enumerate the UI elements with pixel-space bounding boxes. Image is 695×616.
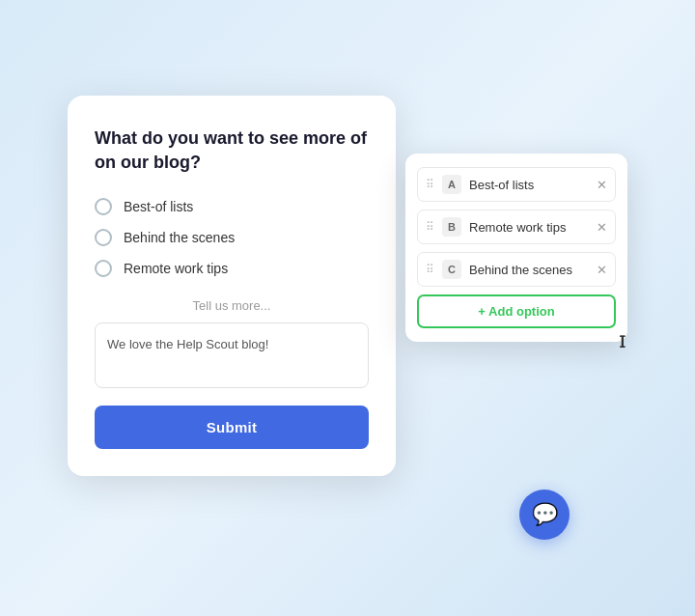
survey-option-3[interactable]: Remote work tips xyxy=(95,260,369,277)
survey-option-1[interactable]: Best-of lists xyxy=(95,198,369,215)
add-option-label: + Add option xyxy=(478,304,554,319)
drag-handle-3[interactable]: ⠿ xyxy=(426,263,434,276)
option-letter-1: A xyxy=(442,175,461,194)
survey-question: What do you want to see more of on our b… xyxy=(95,126,369,175)
editor-option-3-text: Behind the scenes xyxy=(469,263,589,277)
survey-option-1-label: Best-of lists xyxy=(124,199,193,214)
close-option-2[interactable]: ✕ xyxy=(597,221,607,234)
chat-fab-icon: 💬 xyxy=(532,502,558,527)
radio-1[interactable] xyxy=(95,198,112,215)
tell-us-label: Tell us more... xyxy=(95,298,369,313)
drag-handle-1[interactable]: ⠿ xyxy=(426,178,434,191)
survey-options: Best-of lists Behind the scenes Remote w… xyxy=(95,198,369,277)
survey-option-2[interactable]: Behind the scenes xyxy=(95,229,369,246)
survey-option-2-label: Behind the scenes xyxy=(124,230,235,245)
editor-option-2-text: Remote work tips xyxy=(469,220,589,235)
radio-2[interactable] xyxy=(95,229,112,246)
drag-handle-2[interactable]: ⠿ xyxy=(426,220,434,234)
editor-option-row-1: ⠿ A Best-of lists ✕ xyxy=(417,167,616,202)
option-letter-2: B xyxy=(442,217,461,237)
submit-button[interactable]: Submit xyxy=(95,406,369,449)
editor-option-row-2: ⠿ B Remote work tips ✕ xyxy=(417,210,616,244)
option-letter-3: C xyxy=(442,260,461,279)
cursor-icon: 𝖨 xyxy=(619,333,626,351)
close-option-3[interactable]: ✕ xyxy=(597,264,607,276)
editor-option-row-3: ⠿ C Behind the scenes ✕ xyxy=(417,252,616,287)
chat-fab-button[interactable]: 💬 xyxy=(519,490,570,540)
survey-textarea[interactable]: We love the Help Scout blog! xyxy=(95,322,369,388)
add-option-button[interactable]: + Add option 𝖨 xyxy=(417,294,616,328)
survey-card: What do you want to see more of on our b… xyxy=(68,96,396,476)
radio-3[interactable] xyxy=(95,260,112,277)
close-option-1[interactable]: ✕ xyxy=(597,179,607,191)
editor-option-1-text: Best-of lists xyxy=(469,178,589,192)
textarea-content: We love the Help Scout blog! xyxy=(107,335,268,354)
survey-option-3-label: Remote work tips xyxy=(124,261,228,276)
editor-panel: ⠿ A Best-of lists ✕ ⠿ B Remote work tips… xyxy=(405,154,627,342)
